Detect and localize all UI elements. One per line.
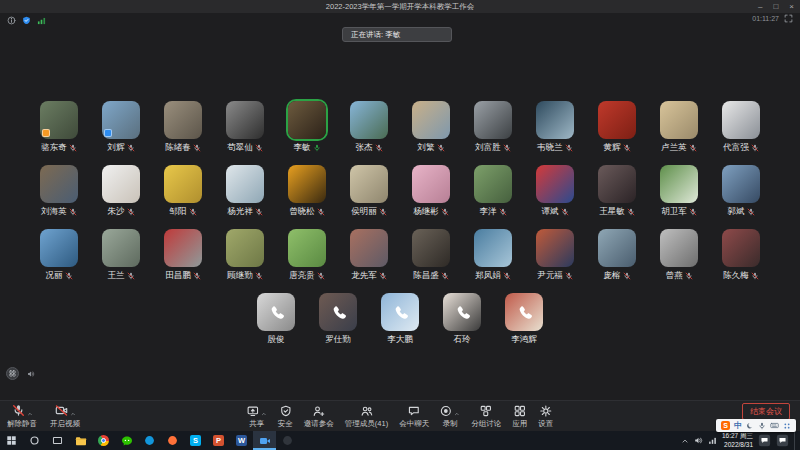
taskbar-wechat[interactable] bbox=[115, 431, 138, 450]
participant-name: 尹元福 bbox=[537, 270, 563, 282]
toolbar-camOff-button[interactable]: 开启视频 bbox=[50, 405, 80, 429]
participant-tile[interactable]: 王兰 bbox=[93, 229, 150, 281]
notification-chat-icon-1[interactable] bbox=[758, 434, 771, 447]
show-desktop-button[interactable] bbox=[794, 431, 797, 450]
participant-tile[interactable]: 刘辉 bbox=[93, 101, 150, 153]
toolbar-apps-button[interactable]: 应用 bbox=[512, 405, 527, 429]
taskbar-search-button[interactable] bbox=[23, 431, 46, 450]
notification-chat-icon-2[interactable] bbox=[776, 434, 789, 447]
participant-name: 况丽 bbox=[46, 270, 63, 282]
participant-tile[interactable]: 曾晓松 bbox=[279, 165, 336, 217]
participant-tile[interactable]: 李大鹏 bbox=[372, 293, 429, 345]
toolbar-chat-button[interactable]: 会中聊天 bbox=[399, 405, 429, 429]
taskbar-firefox[interactable] bbox=[161, 431, 184, 450]
minimize-button[interactable]: – bbox=[758, 3, 762, 11]
volume-icon[interactable] bbox=[694, 436, 703, 445]
keyboard-icon[interactable] bbox=[770, 421, 779, 430]
participant-avatar bbox=[102, 165, 140, 203]
toolbar-members-button[interactable]: 管理成员(41) bbox=[345, 405, 388, 429]
participant-tile[interactable]: 邹阳 bbox=[155, 165, 212, 217]
participant-tile[interactable]: 代富强 bbox=[713, 101, 770, 153]
taskbar-meeting-app[interactable] bbox=[253, 431, 276, 450]
toolbox-icon[interactable] bbox=[783, 422, 791, 430]
meeting-info-icon[interactable] bbox=[7, 16, 16, 25]
participant-tile[interactable]: 陈昌盛 bbox=[403, 229, 460, 281]
layout-toggle-icon[interactable] bbox=[6, 367, 19, 380]
tray-expand-icon[interactable] bbox=[681, 437, 689, 445]
end-meeting-button[interactable]: 结束会议 bbox=[742, 403, 790, 420]
taskbar-word[interactable]: W bbox=[230, 431, 253, 450]
toolbar-share-button[interactable]: 共享 bbox=[247, 405, 267, 429]
participant-tile[interactable]: 罗仕勤 bbox=[310, 293, 367, 345]
taskbar-qq[interactable] bbox=[138, 431, 161, 450]
close-button[interactable]: × bbox=[789, 3, 794, 11]
participant-tile[interactable]: 谭斌 bbox=[527, 165, 584, 217]
taskbar-task-view-button[interactable] bbox=[46, 431, 69, 450]
participant-tile[interactable]: 卢兰英 bbox=[651, 101, 708, 153]
task-view-button-icon bbox=[52, 435, 63, 446]
mic-muted-icon bbox=[379, 208, 387, 216]
toolbar-invite-button[interactable]: 邀请参会 bbox=[304, 405, 334, 429]
participant-tile[interactable]: 王星敏 bbox=[589, 165, 646, 217]
toolbar-breakout-button[interactable]: 分组讨论 bbox=[471, 405, 501, 429]
participant-name: 朱沙 bbox=[108, 206, 125, 218]
participant-tile[interactable]: 李洋 bbox=[465, 165, 522, 217]
participant-tile[interactable]: 殷俊 bbox=[248, 293, 305, 345]
toolbar-shield-button[interactable]: 安全 bbox=[278, 405, 293, 429]
participant-tile[interactable]: 唐亮贵 bbox=[279, 229, 336, 281]
toolbar-gear-button[interactable]: 设置 bbox=[538, 405, 553, 429]
participant-tile[interactable]: 陈久梅 bbox=[713, 229, 770, 281]
taskbar-recorder[interactable] bbox=[276, 431, 299, 450]
audio-status-icon[interactable] bbox=[27, 370, 35, 378]
participant-tile[interactable]: 苟翠仙 bbox=[217, 101, 274, 153]
taskbar-clock[interactable]: 16:27 周三 2022/8/31 bbox=[722, 432, 753, 448]
taskbar-start-button[interactable] bbox=[0, 431, 23, 450]
participant-tile[interactable]: 郭斌 bbox=[713, 165, 770, 217]
mic-icon[interactable] bbox=[758, 422, 766, 430]
participant-tile[interactable]: 骆东奇 bbox=[31, 101, 88, 153]
participant-tile[interactable]: 刘富胜 bbox=[465, 101, 522, 153]
participant-tile[interactable]: 朱沙 bbox=[93, 165, 150, 217]
participant-tile[interactable]: 李鸿辉 bbox=[496, 293, 553, 345]
participant-tile[interactable]: 郑凤娟 bbox=[465, 229, 522, 281]
taskbar-chrome[interactable] bbox=[92, 431, 115, 450]
participant-avatar bbox=[412, 101, 450, 139]
participant-tile[interactable]: 张杰 bbox=[341, 101, 398, 153]
taskbar-skype[interactable]: S bbox=[184, 431, 207, 450]
participant-tile[interactable]: 尹元福 bbox=[527, 229, 584, 281]
chevron-up-icon[interactable] bbox=[70, 403, 76, 421]
chevron-up-icon[interactable] bbox=[261, 403, 267, 421]
moon-icon[interactable] bbox=[746, 422, 754, 430]
participant-tile[interactable]: 陈绪春 bbox=[155, 101, 212, 153]
participant-tile[interactable]: 侯明丽 bbox=[341, 165, 398, 217]
fullscreen-icon[interactable] bbox=[784, 14, 793, 23]
participant-tile[interactable]: 曾燕 bbox=[651, 229, 708, 281]
participant-tile[interactable]: 况丽 bbox=[31, 229, 88, 281]
participant-tile[interactable]: 韦晓兰 bbox=[527, 101, 584, 153]
participant-tile[interactable]: 刘海英 bbox=[31, 165, 88, 217]
toolbar-record-button[interactable]: 录制 bbox=[440, 405, 460, 429]
clock-date: 2022/8/31 bbox=[722, 441, 753, 449]
participant-tile[interactable]: 李敏 bbox=[279, 101, 336, 153]
ime-logo-icon[interactable]: S bbox=[721, 421, 730, 430]
taskbar-powerpoint[interactable]: P bbox=[207, 431, 230, 450]
taskbar-file-explorer[interactable] bbox=[69, 431, 92, 450]
participant-tile[interactable]: 胡卫军 bbox=[651, 165, 708, 217]
participant-tile[interactable]: 田昌鹏 bbox=[155, 229, 212, 281]
chevron-up-icon[interactable] bbox=[454, 403, 460, 421]
meeting-protect-shield-icon[interactable] bbox=[22, 16, 31, 25]
participant-tile[interactable]: 顾继勤 bbox=[217, 229, 274, 281]
maximize-button[interactable]: □ bbox=[773, 3, 778, 11]
ime-mode-icon[interactable]: 中 bbox=[734, 422, 742, 430]
participant-tile[interactable]: 杨继彬 bbox=[403, 165, 460, 217]
toolbar-micOff-button[interactable]: 解除静音 bbox=[7, 405, 37, 429]
participant-tile[interactable]: 石玲 bbox=[434, 293, 491, 345]
participant-tile[interactable]: 杨光祥 bbox=[217, 165, 274, 217]
participant-tile[interactable]: 龙先军 bbox=[341, 229, 398, 281]
participant-tile[interactable]: 庞榕 bbox=[589, 229, 646, 281]
participant-tile[interactable]: 刘繁 bbox=[403, 101, 460, 153]
mic-muted-icon bbox=[751, 144, 759, 152]
network-icon[interactable] bbox=[708, 436, 717, 445]
chevron-up-icon[interactable] bbox=[27, 403, 33, 421]
participant-tile[interactable]: 黄辉 bbox=[589, 101, 646, 153]
